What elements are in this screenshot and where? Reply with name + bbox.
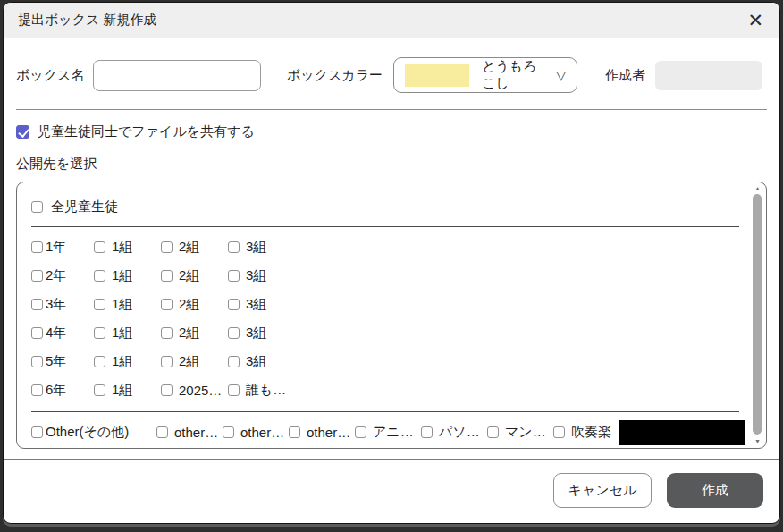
checkbox[interactable] xyxy=(223,426,234,438)
grade-row-6: 6年 1組 2025… 誰も… xyxy=(31,376,739,404)
other-group-item[interactable]: アニ… xyxy=(355,424,421,441)
cancel-button[interactable]: キャンセル xyxy=(553,473,652,508)
checkbox[interactable] xyxy=(161,384,173,396)
grade-5-checkbox[interactable] xyxy=(31,356,43,367)
grade-4-class-3-item[interactable]: 3組 xyxy=(228,325,295,342)
grade-6-class-3-item[interactable]: 誰も… xyxy=(228,382,295,399)
other-group-item[interactable]: other… xyxy=(223,425,289,440)
checkbox[interactable] xyxy=(161,356,173,367)
grade-2-class-2-item[interactable]: 2組 xyxy=(161,267,228,284)
dialog-titlebar: 提出ボックス 新規作成 ✕ xyxy=(4,3,779,38)
grade-4-checkbox[interactable] xyxy=(31,327,43,339)
other-section: Other(その他) other… other… other… アニ… パソ… … xyxy=(31,420,739,449)
group-label: パソ… xyxy=(439,424,480,441)
other-groups-line-1: other… other… other… アニ… パソ… マン… 吹奏楽 xyxy=(156,420,739,444)
scroll-up-icon[interactable]: ▲ xyxy=(752,184,763,193)
checkbox[interactable] xyxy=(161,241,173,253)
checkbox[interactable] xyxy=(161,270,173,282)
share-files-row[interactable]: 児童生徒同士でファイルを共有する xyxy=(16,123,767,140)
other-group-item[interactable]: パソ… xyxy=(421,424,487,441)
box-name-label: ボックス名 xyxy=(16,67,93,84)
creator-label: 作成者 xyxy=(605,67,645,84)
grade-1-checkbox[interactable] xyxy=(31,241,43,253)
checkbox[interactable] xyxy=(161,299,173,310)
other-group-item[interactable]: 吹奏楽 xyxy=(553,424,611,441)
class-label: 1組 xyxy=(112,353,132,370)
grade-3-class-1-item[interactable]: 1組 xyxy=(94,296,161,313)
other-group-item[interactable]: other… xyxy=(156,425,223,440)
other-group-item[interactable]: マン… xyxy=(487,424,553,441)
checkbox[interactable] xyxy=(156,426,168,438)
grade-1-class-1-item[interactable]: 1組 xyxy=(94,239,161,256)
grade-3-class-2-item[interactable]: 2組 xyxy=(161,296,228,313)
grade-4-item[interactable]: 4年 xyxy=(31,325,94,342)
grade-1-class-2-item[interactable]: 2組 xyxy=(161,239,228,256)
grade-2-class-3-item[interactable]: 3組 xyxy=(228,267,295,284)
grade-6-checkbox[interactable] xyxy=(31,384,43,396)
grade-label: 4年 xyxy=(46,325,66,342)
grade-1-class-3-item[interactable]: 3組 xyxy=(228,239,295,256)
grade-6-item[interactable]: 6年 xyxy=(31,382,94,399)
grade-5-class-2-item[interactable]: 2組 xyxy=(161,353,228,370)
grade-5-class-1-item[interactable]: 1組 xyxy=(94,353,161,370)
scroll-down-icon[interactable]: ▼ xyxy=(752,437,763,446)
checkbox[interactable] xyxy=(487,426,499,438)
checkbox[interactable] xyxy=(553,426,565,438)
grade-5-item[interactable]: 5年 xyxy=(31,353,94,370)
grade-5-class-3-item[interactable]: 3組 xyxy=(228,353,295,370)
checkbox[interactable] xyxy=(228,384,240,396)
checkbox[interactable] xyxy=(94,299,105,310)
scrollbar[interactable]: ▲ ▼ xyxy=(752,184,763,446)
grade-4-class-2-item[interactable]: 2組 xyxy=(161,325,228,342)
checkbox[interactable] xyxy=(228,241,240,253)
other-group-item[interactable]: other… xyxy=(289,425,355,440)
grade-3-class-3-item[interactable]: 3組 xyxy=(228,296,295,313)
checkbox[interactable] xyxy=(228,299,240,310)
other-item[interactable]: Other(その他) xyxy=(31,424,156,441)
checkbox[interactable] xyxy=(161,327,173,339)
form-row: ボックス名 ボックスカラー とうもろこし ▽ 作成者 xyxy=(4,38,779,109)
class-label: 1組 xyxy=(112,267,132,284)
grade-3-checkbox[interactable] xyxy=(31,299,43,310)
box-color-dropdown[interactable]: とうもろこし ▽ xyxy=(393,57,577,93)
divider xyxy=(31,411,739,412)
checkbox[interactable] xyxy=(94,241,105,253)
creator-field xyxy=(655,61,762,90)
dialog-footer: キャンセル 作成 xyxy=(4,460,779,523)
box-name-input[interactable] xyxy=(93,60,261,91)
checkbox[interactable] xyxy=(421,426,433,438)
grade-6-class-2-item[interactable]: 2025… xyxy=(161,383,228,398)
checkbox[interactable] xyxy=(289,426,300,438)
checkbox[interactable] xyxy=(94,384,105,396)
all-students-checkbox[interactable] xyxy=(31,201,43,213)
grade-2-item[interactable]: 2年 xyxy=(31,267,94,284)
checkbox[interactable] xyxy=(228,356,240,367)
grade-6-class-1-item[interactable]: 1組 xyxy=(94,382,161,399)
all-students-item[interactable]: 全児童生徒 xyxy=(31,194,739,219)
checkbox[interactable] xyxy=(94,270,105,282)
close-icon[interactable]: ✕ xyxy=(745,11,765,30)
grade-4-class-1-item[interactable]: 1組 xyxy=(94,325,161,342)
grade-label: 3年 xyxy=(46,296,66,313)
grade-3-item[interactable]: 3年 xyxy=(31,296,94,313)
checkbox[interactable] xyxy=(228,327,240,339)
scrollbar-thumb[interactable] xyxy=(753,194,762,435)
checkbox[interactable] xyxy=(355,426,366,438)
grade-2-class-1-item[interactable]: 1組 xyxy=(94,267,161,284)
checkbox[interactable] xyxy=(94,327,105,339)
class-label: 誰も… xyxy=(246,382,286,399)
checkbox[interactable] xyxy=(228,270,240,282)
share-files-checkbox[interactable] xyxy=(16,125,29,139)
checkbox[interactable] xyxy=(94,356,105,367)
class-label: 2組 xyxy=(179,325,199,342)
grade-1-item[interactable]: 1年 xyxy=(31,239,94,256)
class-label: 3組 xyxy=(246,325,266,342)
grade-2-checkbox[interactable] xyxy=(31,270,43,282)
group-label: other… xyxy=(240,425,284,440)
class-label: 3組 xyxy=(246,296,266,313)
other-label: Other(その他) xyxy=(46,424,129,441)
group-label: other… xyxy=(307,425,350,440)
other-checkbox[interactable] xyxy=(31,426,43,438)
box-color-label: ボックスカラー xyxy=(287,67,383,84)
create-button[interactable]: 作成 xyxy=(667,473,763,508)
